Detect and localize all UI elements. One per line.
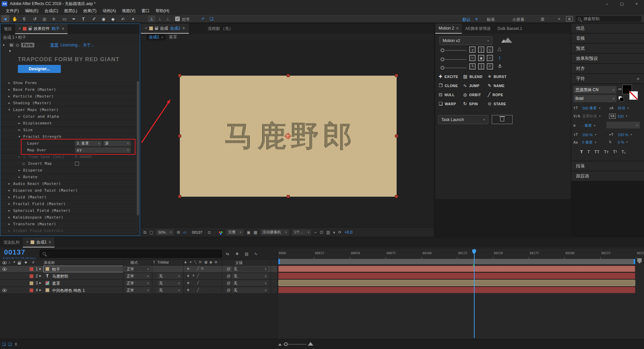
font-size-control[interactable]: tT200 像素▼	[573, 106, 601, 111]
horizontal-scale-control[interactable]: ↔T100 %▼	[609, 132, 632, 137]
menu-help[interactable]: 帮助(H)	[153, 8, 172, 14]
motion-preset-dropdown[interactable]: Motion v2∨	[439, 36, 492, 45]
menu-composition[interactable]: 合成(C)	[41, 8, 61, 14]
tab-close-icon[interactable]: ×	[26, 240, 29, 244]
motion-slider-3[interactable]	[441, 66, 467, 70]
layer-bar-4[interactable]	[278, 287, 635, 293]
world-axis-mode-button[interactable]: ⊥	[156, 15, 163, 22]
tab-effect-controls[interactable]: × 效果控件粒子 ≡	[15, 24, 68, 34]
frame-blend-icon[interactable]: ❖	[235, 251, 239, 256]
minimize-button[interactable]: –	[600, 0, 614, 7]
work-area-start-handle[interactable]	[278, 259, 280, 264]
parent-column[interactable]: 父级	[235, 260, 243, 265]
zoom-in-mountain-icon[interactable]	[308, 342, 313, 346]
layer-name[interactable]: 遮罩	[52, 281, 60, 286]
blend-mode-dropdown[interactable]: 正常∨	[125, 280, 151, 286]
menu-file[interactable]: 文件(F)	[3, 8, 22, 14]
current-frame[interactable]: 00137	[192, 230, 202, 234]
anchor-top-center-button[interactable]: │	[478, 46, 484, 53]
zoom-tool[interactable]: ⚲	[20, 15, 28, 23]
layer-row-2[interactable]: 2 ▶ T 马鹿野郎 正常∨ 无∨ ◈ ☀ ╱ @ 无∨	[0, 273, 277, 280]
layer-row-3[interactable]: 3 ▶ 遮罩 正常∨ 无∨ ◈ ╱ @ 无∨	[0, 280, 277, 287]
panel-preview[interactable]: 预览	[571, 44, 644, 53]
snap-to-feature-icon[interactable]: ↗	[201, 16, 204, 21]
selection-handle[interactable]	[395, 74, 398, 77]
param-size[interactable]: ▶Size	[0, 127, 136, 133]
collapse-switch-icon[interactable]: ◈	[187, 288, 190, 292]
burst-button[interactable]: ✳BURST	[488, 74, 507, 79]
camera-dropdown[interactable]: 活动摄像机∨	[260, 229, 289, 235]
exposure-value[interactable]: +0.0	[345, 230, 353, 235]
brush-tool[interactable]: ✐	[90, 15, 98, 23]
comp-marker-bin-icon[interactable]	[637, 258, 642, 264]
layer-bar-1[interactable]	[278, 266, 635, 272]
param-disperse[interactable]: ▶Disperse	[0, 167, 136, 174]
playhead-handle[interactable]	[472, 249, 476, 254]
leading-control[interactable]: ↕A自动▼	[609, 106, 629, 111]
mode-column[interactable]: 模式	[130, 260, 138, 265]
param-transform[interactable]: ▶Transform (Master)	[0, 221, 136, 228]
stroke-width-control[interactable]: ≡- 像素▼	[573, 123, 596, 128]
menu-edit[interactable]: 编辑(E)	[22, 8, 41, 14]
param-audio-react[interactable]: ▶Audio React (Master)	[0, 181, 136, 187]
parent-pickwhip-icon[interactable]: @	[227, 281, 231, 285]
snap-checkbox[interactable]: ✓	[175, 16, 180, 21]
faux-bold-button[interactable]: T	[580, 149, 583, 154]
panel-align[interactable]: 对齐	[571, 64, 644, 73]
panel-menu-icon[interactable]: ≡	[456, 26, 458, 31]
subscript-button[interactable]: T₁	[621, 149, 626, 154]
expand-inout-icon[interactable]: ⇕	[14, 342, 17, 347]
parent-pickwhip-icon[interactable]: @	[227, 274, 231, 278]
updown-arrows-icon[interactable]: ↕	[498, 54, 501, 60]
panel-menu-icon[interactable]: ≡	[62, 26, 64, 31]
timeline-zoom-knob[interactable]	[284, 342, 288, 346]
local-axis-mode-button[interactable]: ⊥	[148, 15, 155, 22]
faux-italic-button[interactable]: T	[587, 149, 590, 154]
source-name-column[interactable]: 源名称	[44, 260, 55, 265]
region-of-interest-icon[interactable]: ▱	[183, 230, 186, 235]
rope-button[interactable]: ╱ROPE	[488, 92, 503, 97]
anchor-point-icon[interactable]	[285, 133, 290, 139]
video-column-icon[interactable]	[2, 261, 7, 264]
playhead-line[interactable]	[474, 249, 475, 338]
layer-bar-3[interactable]	[278, 280, 635, 286]
trkmat-dropdown[interactable]: 无∨	[157, 273, 182, 279]
pixel-aspect-icon[interactable]: ⌐	[314, 230, 317, 235]
eyedropper-icon[interactable]: ✑	[618, 87, 622, 92]
show-snapshot-icon[interactable]: ◌	[213, 230, 216, 235]
menu-window[interactable]: 窗口	[138, 8, 153, 14]
resolution-dropdown[interactable]: 完整∨	[226, 229, 244, 235]
channel-icon[interactable]	[219, 231, 220, 233]
invert-map-checkbox[interactable]	[75, 162, 79, 166]
menu-layer[interactable]: 图层(L)	[61, 8, 80, 14]
param-invert-map[interactable]: ○Invert Map	[0, 160, 136, 167]
breadcrumb-layer[interactable]: 遮罩	[169, 34, 177, 40]
tab-flowchart[interactable]: 流程图 （无）	[203, 24, 238, 34]
all-caps-button[interactable]: TT	[594, 149, 600, 154]
monitor-icon[interactable]: ▢	[150, 230, 153, 235]
breadcrumb-comp-button[interactable]: 合成1‹	[146, 34, 166, 40]
layer-row-4[interactable]: 4 ▶ 中间色橙色 纯色 1 正常∨ 无∨ ◈ ╱ @ 无∨	[0, 287, 277, 294]
layer-name[interactable]: 粒子	[52, 267, 60, 272]
anchor-bottom-right-button[interactable]: ┘	[487, 63, 493, 70]
stare-button[interactable]: ⊙STARE	[488, 101, 506, 106]
quality-switch-icon[interactable]: ╱	[197, 267, 199, 270]
hand-tool[interactable]: ✋	[11, 15, 19, 23]
kerning-control[interactable]: V/A度量标准▼	[573, 114, 601, 119]
puppet-pin-tool[interactable]: ✦	[129, 15, 137, 23]
selection-handle[interactable]	[395, 134, 398, 138]
param-color-alpha[interactable]: ▶Color and Alpha	[0, 113, 136, 120]
maximize-button[interactable]: ▢	[614, 0, 629, 7]
stroke-style-dropdown[interactable]: ∨	[606, 122, 640, 128]
about-link[interactable]: 关于...	[83, 42, 94, 48]
rocket-icon[interactable]: △	[497, 46, 501, 52]
label-color-chip[interactable]	[30, 281, 33, 285]
reset-link[interactable]: 重置	[50, 42, 58, 48]
pan-behind-tool[interactable]: ✛	[50, 15, 58, 23]
jump-button[interactable]: ∿JUMP	[463, 83, 480, 88]
quality-switch-icon[interactable]: ╱	[197, 288, 199, 292]
snap-region-icon[interactable]: ❏	[210, 16, 213, 21]
stopwatch-icon[interactable]: ○	[23, 161, 27, 166]
param-fractal-field[interactable]: ▶Fractal Field (Master)	[0, 201, 136, 207]
param-disperse-twist[interactable]: ▶Disperse and Twist (Master)	[0, 187, 136, 194]
